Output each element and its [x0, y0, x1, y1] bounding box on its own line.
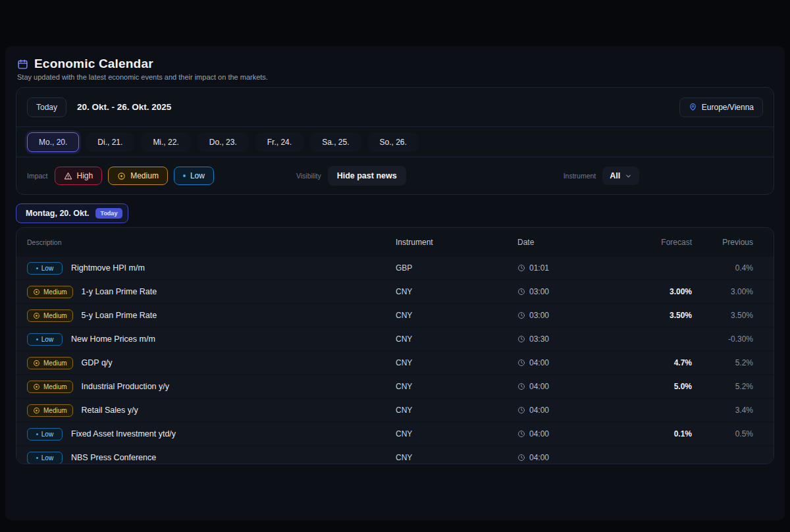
event-forecast: 0.1%	[639, 429, 692, 439]
event-time: 03:30	[529, 334, 549, 344]
event-instrument: CNY	[396, 358, 517, 367]
today-button[interactable]: Today	[27, 97, 66, 117]
timezone-label: Europe/Vienna	[702, 103, 754, 112]
day-section-header[interactable]: Montag, 20. Okt. Today	[16, 203, 128, 223]
clock-icon	[517, 335, 525, 343]
table-row[interactable]: Medium5-y Loan Prime RateCNY03:003.50%3.…	[16, 304, 774, 327]
hide-past-news-button[interactable]: Hide past news	[328, 166, 406, 186]
clock-icon	[517, 311, 525, 319]
event-time: 03:00	[529, 287, 549, 296]
table-row[interactable]: MediumIndustrial Production y/yCNY04:005…	[16, 375, 774, 398]
event-instrument: CNY	[396, 453, 517, 462]
event-time: 04:00	[529, 453, 549, 462]
impact-filter-medium[interactable]: Medium	[108, 167, 168, 185]
impact-badge: Low	[27, 262, 63, 275]
events-table: Description Instrument Date Forecast Pre…	[16, 227, 774, 464]
day-tab-5[interactable]: Fr., 24.	[255, 132, 303, 152]
impact-label: Impact	[27, 172, 48, 180]
clock-icon	[517, 359, 525, 367]
chevron-down-icon	[625, 173, 632, 180]
clock-icon	[517, 454, 525, 462]
instrument-label: Instrument	[564, 172, 596, 180]
table-row[interactable]: LowFixed Asset Investment ytd/yCNY04:000…	[16, 423, 774, 445]
day-tab-4[interactable]: Do., 23.	[198, 132, 249, 152]
clock-icon	[517, 288, 525, 296]
table-row[interactable]: LowRightmove HPI m/mGBP01:010.4%	[16, 257, 774, 279]
column-previous: Previous	[692, 238, 763, 247]
table-row[interactable]: LowNew Home Prices m/mCNY03:30-0.30%	[16, 328, 774, 350]
event-description: Fixed Asset Investment ytd/y	[71, 429, 176, 439]
column-instrument: Instrument	[396, 238, 517, 247]
event-previous: 0.5%	[692, 429, 763, 439]
column-description: Description	[27, 238, 396, 246]
table-row[interactable]: MediumRetail Sales y/yCNY04:003.4%	[16, 399, 774, 421]
location-pin-icon	[689, 103, 697, 111]
event-instrument: CNY	[396, 334, 517, 344]
date-range: 20. Okt. - 26. Okt. 2025	[77, 102, 171, 112]
impact-badge: Medium	[27, 404, 73, 417]
low-impact-icon	[183, 174, 186, 177]
event-instrument: CNY	[396, 382, 517, 391]
event-instrument: CNY	[396, 406, 517, 415]
timezone-button[interactable]: Europe/Vienna	[679, 97, 763, 117]
event-time: 01:01	[529, 263, 549, 273]
event-description: New Home Prices m/m	[71, 334, 155, 344]
event-previous: 3.50%	[692, 311, 763, 320]
event-description: Retail Sales y/y	[82, 406, 138, 415]
event-instrument: CNY	[396, 287, 517, 296]
impact-filters: HighMediumLow	[55, 167, 214, 185]
medium-impact-icon	[33, 288, 40, 296]
impact-badge: Medium	[27, 357, 73, 369]
impact-filter-low[interactable]: Low	[174, 167, 214, 185]
event-time: 03:00	[529, 311, 549, 320]
impact-badge-label: Low	[41, 265, 53, 272]
table-header-row: Description Instrument Date Forecast Pre…	[16, 228, 774, 257]
medium-impact-icon	[33, 359, 40, 367]
day-tab-1[interactable]: Mo., 20.	[27, 132, 79, 152]
table-row[interactable]: LowNBS Press ConferenceCNY04:00	[16, 446, 774, 464]
table-body: LowRightmove HPI m/mGBP01:010.4%Medium1-…	[16, 257, 774, 464]
column-forecast: Forecast	[639, 238, 692, 247]
event-instrument: CNY	[396, 429, 517, 439]
page-header: Economic Calendar	[16, 57, 774, 71]
medium-impact-icon	[117, 172, 126, 180]
day-tabs: Mo., 20.Di., 21.Mi., 22.Do., 23.Fr., 24.…	[16, 126, 774, 157]
event-description: Industrial Production y/y	[82, 382, 169, 391]
low-impact-icon	[36, 457, 38, 459]
event-description: 1-y Loan Prime Rate	[82, 287, 157, 296]
event-description: 5-y Loan Prime Rate	[82, 311, 157, 320]
impact-filter-high[interactable]: High	[55, 167, 103, 185]
instrument-select[interactable]: All	[602, 167, 639, 185]
table-row[interactable]: MediumGDP q/yCNY04:004.7%5.2%	[16, 352, 774, 374]
impact-badge-label: Low	[41, 431, 53, 438]
impact-filter-label: Medium	[130, 171, 159, 180]
event-previous: 5.2%	[692, 358, 763, 367]
impact-badge: Low	[27, 452, 63, 464]
impact-badge-label: Medium	[43, 312, 67, 319]
day-section-title: Montag, 20. Okt.	[26, 209, 90, 218]
impact-badge-label: Medium	[43, 359, 67, 367]
event-time: 04:00	[529, 358, 549, 367]
impact-badge-label: Low	[41, 336, 53, 343]
event-previous: 5.2%	[692, 382, 763, 391]
event-previous: 3.4%	[692, 406, 763, 415]
clock-icon	[517, 406, 525, 414]
day-tab-7[interactable]: So., 26.	[368, 132, 419, 152]
column-date: Date	[517, 238, 639, 247]
day-tab-6[interactable]: Sa., 25.	[310, 132, 361, 152]
today-badge: Today	[95, 208, 123, 219]
day-tab-3[interactable]: Mi., 22.	[141, 132, 190, 152]
event-previous: 3.00%	[692, 287, 763, 296]
filter-card: Today 20. Okt. - 26. Okt. 2025 Europe/Vi…	[16, 87, 774, 195]
impact-badge: Medium	[27, 309, 73, 322]
day-tab-2[interactable]: Di., 21.	[86, 132, 134, 152]
table-row[interactable]: Medium1-y Loan Prime RateCNY03:003.00%3.…	[16, 280, 774, 303]
visibility-label: Visibility	[296, 172, 321, 180]
low-impact-icon	[36, 433, 38, 435]
low-impact-icon	[36, 338, 38, 340]
economic-calendar-panel: Economic Calendar Stay updated with the …	[5, 46, 785, 520]
low-impact-icon	[36, 267, 38, 269]
impact-badge-label: Medium	[43, 288, 67, 296]
impact-badge-label: Medium	[43, 383, 67, 390]
impact-badge: Low	[27, 428, 63, 440]
